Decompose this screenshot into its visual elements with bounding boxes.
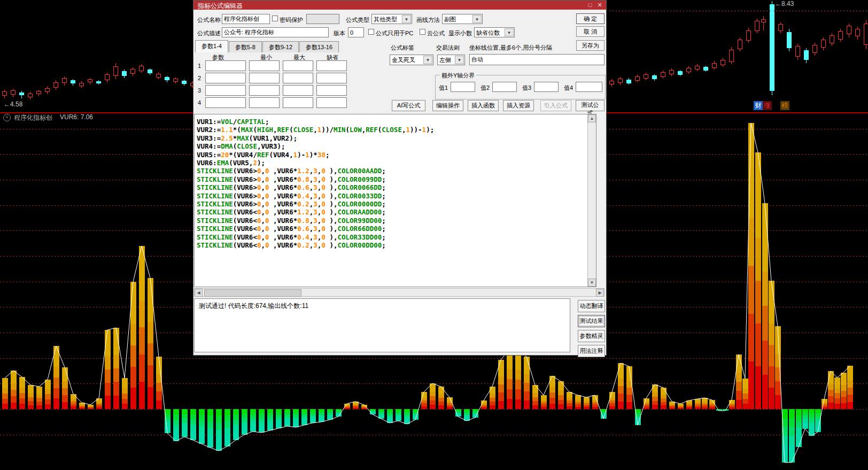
scrollbar-thumb[interactable]	[204, 289, 301, 297]
coord-line-input[interactable]	[469, 54, 604, 65]
param-input-r1c3[interactable]	[283, 60, 313, 71]
test-result-button[interactable]: 测试结果	[578, 315, 605, 327]
insert-function-button[interactable]: 插入函数	[468, 100, 499, 111]
indicator-bar	[481, 400, 487, 409]
maximize-icon[interactable]: □	[586, 1, 594, 9]
tab-params-13-16[interactable]: 参数13-16	[299, 41, 339, 52]
code-hscrollbar[interactable]: ◀ ▶	[194, 288, 604, 297]
param-input-r4c4[interactable]	[316, 97, 347, 108]
indicator-bar	[130, 282, 136, 409]
param-input-r3c1[interactable]	[205, 85, 246, 96]
scroll-down-icon[interactable]: ▼	[588, 279, 596, 287]
param-input-r1c1[interactable]	[205, 60, 246, 71]
code-vscrollbar[interactable]: ▲ ▼	[587, 114, 596, 287]
indicator-bar	[796, 409, 802, 447]
scroll-left-icon[interactable]: ◀	[195, 289, 203, 297]
indicator-bar	[45, 380, 51, 409]
code-editor[interactable]: VUR1:=VOL/CAPITAL;VUR2:=1.1*(MAX(HIGH,RE…	[194, 114, 596, 287]
indicator-bar	[62, 367, 68, 409]
decimals-select[interactable]: 缺省位数 ▼	[474, 27, 515, 37]
indicator-bar	[709, 400, 715, 409]
param-input-r4c3[interactable]	[283, 97, 313, 108]
indicator-bar	[549, 376, 555, 409]
param-input-r2c1[interactable]	[205, 73, 246, 83]
value1-input[interactable]	[451, 82, 475, 92]
dynamic-translate-button[interactable]: 动态翻译	[578, 300, 605, 312]
chevron-down-icon[interactable]: ▼	[472, 15, 482, 23]
usage-notes-button[interactable]: 用法注释	[578, 345, 605, 357]
param-row-number: 3	[198, 87, 201, 94]
tab-params-1-4[interactable]: 参数1-4	[195, 40, 228, 52]
param-input-r3c2[interactable]	[249, 85, 280, 96]
draw-method-select[interactable]: 副图 ▼	[442, 14, 483, 24]
pc-only-checkbox[interactable]	[368, 29, 374, 35]
value3-input[interactable]	[534, 82, 559, 92]
param-input-r4c2[interactable]	[249, 97, 280, 108]
save-as-button[interactable]: 另存为	[576, 40, 604, 51]
indicator-bar	[584, 397, 590, 409]
indicator-bar	[190, 409, 196, 440]
scroll-up-icon[interactable]: ▲	[588, 114, 596, 122]
indicator-bar	[88, 405, 94, 409]
test-formula-button[interactable]: 测试公式	[576, 100, 604, 111]
chevron-down-icon[interactable]: ▼	[455, 56, 464, 64]
version-input[interactable]	[348, 27, 364, 37]
candlestick	[139, 66, 144, 71]
value2-input[interactable]	[492, 82, 517, 92]
param-input-r2c2[interactable]	[249, 73, 280, 83]
cloud-checkbox[interactable]	[420, 29, 425, 35]
insert-resource-button[interactable]: 插入资源	[503, 100, 534, 111]
formula-desc-input[interactable]	[222, 27, 329, 37]
version-label: 版本	[334, 29, 345, 37]
chevron-down-icon[interactable]: ▼	[402, 15, 411, 23]
password-checkbox[interactable]	[272, 16, 278, 21]
indicator-bar	[148, 278, 153, 409]
indicator-bar	[447, 397, 453, 409]
value4-input[interactable]	[576, 82, 602, 92]
chevron-down-icon[interactable]: ▼	[505, 28, 514, 36]
param-input-r3c4[interactable]	[316, 85, 347, 96]
param-input-r4c1[interactable]	[205, 97, 246, 108]
candlestick	[830, 35, 834, 43]
scroll-right-icon[interactable]: ▶	[596, 289, 604, 297]
trade-rule-select[interactable]: 左侧 ▼	[437, 55, 465, 65]
dialog-titlebar[interactable]: 指标公式编辑器 □ ✕	[193, 1, 606, 10]
close-icon[interactable]: ✕	[595, 1, 604, 9]
param-input-r2c4[interactable]	[316, 73, 347, 83]
indicator-bar	[828, 371, 834, 409]
indicator-bar	[558, 381, 564, 409]
price-label-left: ←4.58	[4, 101, 22, 108]
indicator-bar	[847, 366, 853, 409]
indicator-bar	[809, 409, 815, 436]
param-wizard-button[interactable]: 参数精灵	[578, 330, 605, 342]
market-badge[interactable]: 财	[754, 101, 763, 110]
indicator-bar	[498, 360, 504, 409]
candlestick	[88, 79, 92, 82]
test-results-box: 测试通过! 代码长度:674,输出线个数:11	[194, 298, 570, 352]
collapse-icon[interactable]: ˅	[3, 114, 11, 121]
tab-params-9-12[interactable]: 参数9-12	[262, 41, 299, 52]
param-input-r1c4[interactable]	[316, 60, 347, 71]
indicator-bar	[515, 350, 521, 409]
indicator-bar	[421, 392, 427, 409]
param-input-r2c3[interactable]	[283, 73, 313, 83]
tab-params-5-8[interactable]: 参数5-8	[229, 41, 262, 52]
indicator-bar	[815, 409, 821, 432]
edit-ops-button[interactable]: 编辑操作	[432, 100, 463, 111]
market-badge[interactable]: 涨	[763, 101, 772, 110]
indicator-bar	[293, 409, 299, 427]
ok-button[interactable]: 确 定	[576, 13, 604, 24]
app-screen: ←4.58 ←8.43 ˅ 程序化指标创 VUR6: 7.06 财涨榜 指标公式…	[0, 0, 868, 470]
indicator-bar	[301, 409, 307, 425]
chevron-down-icon[interactable]: ▼	[423, 56, 432, 64]
indicator-name[interactable]: 程序化指标创	[14, 113, 52, 122]
param-input-r3c3[interactable]	[283, 85, 313, 96]
ai-write-button[interactable]: AI写公式	[392, 100, 425, 111]
formula-type-select[interactable]: 其他类型 ▼	[371, 14, 412, 24]
formula-tag-select[interactable]: 金叉死叉 ▼	[390, 55, 433, 65]
indicator-bar	[762, 203, 768, 409]
market-badge[interactable]: 榜	[780, 101, 789, 110]
formula-name-input[interactable]	[222, 14, 270, 24]
param-input-r1c2[interactable]	[249, 60, 280, 71]
cancel-button[interactable]: 取 消	[576, 26, 604, 37]
